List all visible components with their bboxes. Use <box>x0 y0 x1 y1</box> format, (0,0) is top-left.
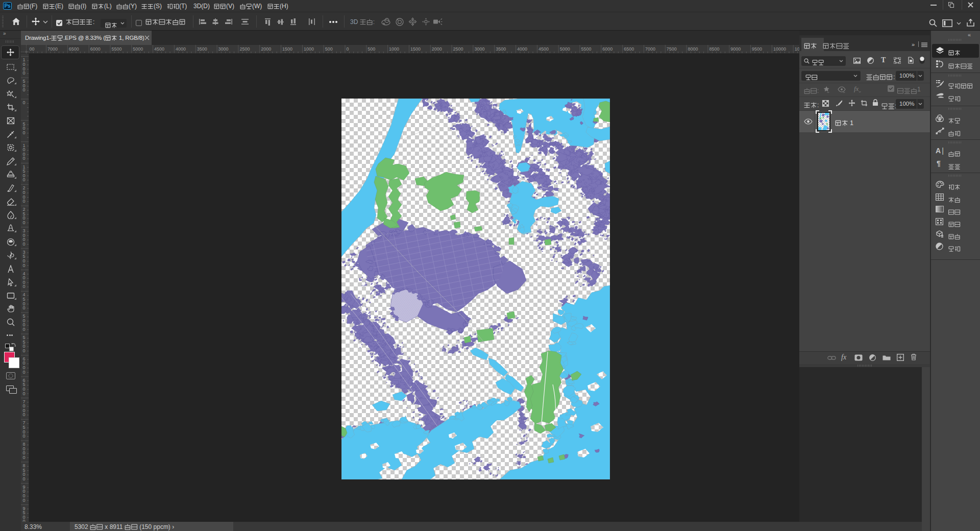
svg-text:0: 0 <box>23 455 26 460</box>
svg-text:1500: 1500 <box>282 46 292 52</box>
svg-text:2500: 2500 <box>239 46 250 52</box>
svg-text:0: 0 <box>23 177 26 182</box>
svg-text:0: 0 <box>23 87 26 92</box>
svg-text:1500: 1500 <box>410 46 421 52</box>
svg-text:6000: 6000 <box>90 46 101 52</box>
svg-text:10500: 10500 <box>795 46 799 52</box>
svg-text:1000: 1000 <box>304 46 314 52</box>
svg-text:7000: 7000 <box>645 46 655 52</box>
svg-text:0: 0 <box>23 412 26 417</box>
svg-text:0: 0 <box>23 370 26 375</box>
svg-text:4000: 4000 <box>517 46 527 52</box>
svg-text:0: 0 <box>23 130 26 135</box>
svg-text:6500: 6500 <box>69 46 79 52</box>
svg-text:9000: 9000 <box>730 46 741 52</box>
svg-text:4000: 4000 <box>176 46 186 52</box>
svg-text:5500: 5500 <box>112 46 122 52</box>
svg-text:0: 0 <box>347 46 349 52</box>
svg-text:0: 0 <box>23 327 26 332</box>
svg-text:2000: 2000 <box>432 46 442 52</box>
svg-text:0: 0 <box>23 498 26 503</box>
svg-text:8000: 8000 <box>688 46 698 52</box>
svg-text:0: 0 <box>23 348 26 353</box>
svg-text:6000: 6000 <box>602 46 612 52</box>
svg-text:0: 0 <box>23 433 26 439</box>
svg-text:0: 0 <box>23 156 26 161</box>
svg-text:8500: 8500 <box>709 46 719 52</box>
svg-text:0: 0 <box>23 70 26 76</box>
svg-text:500: 500 <box>368 46 375 52</box>
svg-text:1000: 1000 <box>389 46 399 52</box>
svg-text:500: 500 <box>325 46 333 52</box>
svg-text:2500: 2500 <box>453 46 463 52</box>
svg-text:7500: 7500 <box>667 46 677 52</box>
svg-text:10000: 10000 <box>773 46 786 52</box>
svg-text:3000: 3000 <box>474 46 484 52</box>
svg-text:3000: 3000 <box>218 46 229 52</box>
svg-text:2000: 2000 <box>261 46 271 52</box>
svg-text:3500: 3500 <box>197 46 207 52</box>
svg-text:0: 0 <box>23 305 26 310</box>
svg-text:6500: 6500 <box>624 46 634 52</box>
svg-text:5500: 5500 <box>581 46 592 52</box>
svg-text:0: 0 <box>23 391 26 396</box>
svg-text:0: 0 <box>23 199 26 204</box>
svg-text:0: 0 <box>23 220 26 225</box>
svg-text:9500: 9500 <box>752 46 762 52</box>
svg-text:4500: 4500 <box>538 46 549 52</box>
svg-text:5000: 5000 <box>560 46 570 52</box>
svg-text:0: 0 <box>23 263 26 268</box>
svg-text:3500: 3500 <box>496 46 506 52</box>
svg-text:0: 0 <box>23 100 26 105</box>
svg-text:0: 0 <box>23 284 26 289</box>
svg-text:5000: 5000 <box>133 46 143 52</box>
svg-text:0: 0 <box>23 242 26 247</box>
svg-text:4500: 4500 <box>154 46 164 52</box>
svg-text:00: 00 <box>30 46 35 52</box>
svg-text:0: 0 <box>23 476 26 481</box>
svg-text:7000: 7000 <box>47 46 58 52</box>
